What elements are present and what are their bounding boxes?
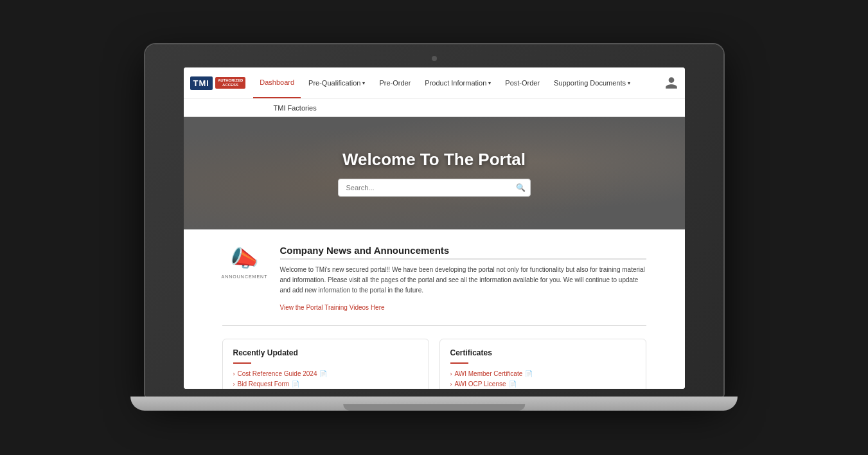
laptop-screen: TMI AUTHORIZED ACCESS Dashboard — [184, 67, 685, 389]
nav-links: Dashboard Pre-Qualification ▾ Pre-Order … — [253, 67, 664, 98]
card-divider — [233, 362, 251, 364]
chevron-down-icon: ▾ — [488, 80, 491, 86]
hero-search-container: 🔍 — [338, 179, 531, 197]
logo-area: TMI AUTHORIZED ACCESS — [190, 76, 246, 90]
navbar: TMI AUTHORIZED ACCESS Dashboard — [184, 67, 685, 117]
nav-item-preorder[interactable]: Pre-Order — [373, 67, 417, 98]
logo-tmi-text: TMI — [193, 78, 209, 88]
chevron-down-icon: ▾ — [362, 80, 365, 86]
chevron-right-icon: › — [450, 381, 452, 388]
portal-training-link[interactable]: View the Portal Training Videos Here — [280, 304, 385, 311]
hero-background — [184, 117, 685, 229]
chevron-right-icon: › — [450, 371, 452, 377]
cards-section: Recently Updated › Cost Reference Guide … — [222, 339, 646, 389]
authorized-badge: AUTHORIZED ACCESS — [215, 77, 245, 89]
recently-updated-item-0[interactable]: › Cost Reference Guide 2024 📄 — [233, 370, 418, 377]
nav-item-dashboard[interactable]: Dashboard — [253, 67, 301, 98]
megaphone-icon: 📣 — [230, 245, 259, 272]
authorized-line1: AUTHORIZED — [218, 78, 243, 83]
nav-main-row: TMI AUTHORIZED ACCESS Dashboard — [184, 67, 685, 98]
nav-item-supportingdocs[interactable]: Supporting Documents ▾ — [547, 67, 637, 98]
authorized-line2: ACCESS — [218, 83, 243, 87]
laptop-base — [130, 397, 738, 411]
pdf-icon: 📄 — [525, 370, 533, 377]
laptop-camera — [432, 56, 437, 61]
laptop-bezel: TMI AUTHORIZED ACCESS Dashboard — [145, 44, 723, 397]
search-input[interactable] — [338, 179, 531, 197]
announcement-icon-wrap: 📣 ANNOUNCEMENT — [222, 245, 267, 279]
recently-updated-card: Recently Updated › Cost Reference Guide … — [222, 339, 429, 389]
certificates-card: Certificates › AWI Member Certificate 📄 … — [439, 339, 646, 389]
nav-item-tmi-factories[interactable]: TMI Factories — [267, 104, 323, 112]
chevron-right-icon: › — [233, 381, 235, 388]
pdf-icon: 📄 — [292, 380, 299, 388]
nav-sub-row: TMI Factories — [184, 98, 685, 116]
logo-box: TMI — [190, 76, 213, 90]
nav-item-prequalification[interactable]: Pre-Qualification ▾ — [302, 67, 371, 98]
certificates-title: Certificates — [450, 348, 635, 357]
content-area: 📣 ANNOUNCEMENT Company News and Announce… — [184, 229, 685, 389]
announcement-body: Welcome to TMi's new secured portal!! We… — [280, 265, 646, 296]
nav-item-postorder[interactable]: Post-Order — [499, 67, 546, 98]
pdf-icon: 📄 — [319, 370, 327, 377]
user-icon-area[interactable] — [664, 76, 678, 90]
recently-updated-item-1[interactable]: › Bid Request Form 📄 — [233, 380, 418, 388]
user-icon — [664, 76, 678, 90]
announcement-section: 📣 ANNOUNCEMENT Company News and Announce… — [222, 245, 646, 326]
chevron-right-icon: › — [233, 371, 235, 377]
card-divider — [450, 362, 468, 364]
announcement-label: ANNOUNCEMENT — [222, 274, 268, 279]
announcement-content: Company News and Announcements Welcome t… — [280, 245, 646, 312]
chevron-down-icon: ▾ — [628, 80, 630, 86]
search-icon: 🔍 — [516, 183, 526, 192]
laptop-wrapper: TMI AUTHORIZED ACCESS Dashboard — [145, 44, 723, 411]
nav-item-productinfo[interactable]: Product Information ▾ — [418, 67, 497, 98]
recently-updated-title: Recently Updated — [233, 348, 418, 357]
hero-section: Welcome To The Portal 🔍 — [184, 117, 685, 229]
browser-content: TMI AUTHORIZED ACCESS Dashboard — [184, 67, 685, 389]
announcement-title: Company News and Announcements — [280, 245, 646, 260]
hero-title: Welcome To The Portal — [342, 150, 526, 170]
certificate-item-1[interactable]: › AWI OCP License 📄 — [450, 380, 635, 388]
certificate-item-0[interactable]: › AWI Member Certificate 📄 — [450, 370, 635, 377]
pdf-icon: 📄 — [509, 380, 517, 388]
